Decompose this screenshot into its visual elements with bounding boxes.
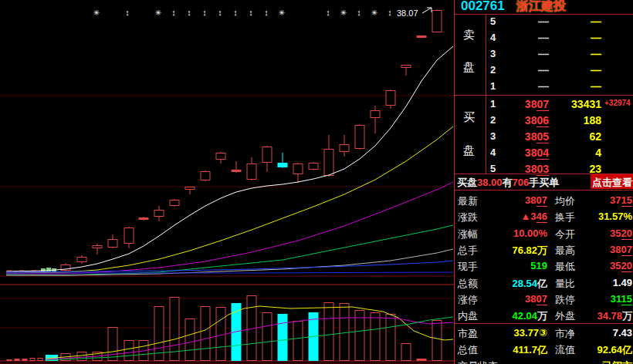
volume-bar xyxy=(216,308,225,361)
buy-row[interactable]: 23806188 xyxy=(487,114,633,130)
buy-row[interactable]: 3380562 xyxy=(487,130,633,146)
sell-label-top: 卖 xyxy=(463,28,477,42)
stat-label: 涨停 xyxy=(458,293,478,307)
price-cell[interactable]: — xyxy=(487,64,549,76)
kline-chart-area[interactable]: ✳↕✳↕↕↕↕↕↕↕✳↕✳↕✳↕38.07 xyxy=(0,0,454,364)
volume-cell: 188 xyxy=(552,114,601,126)
sell-row[interactable]: 4—— xyxy=(487,32,633,47)
price-cell[interactable]: 3804 xyxy=(487,147,549,159)
stat-value: 519 xyxy=(486,260,547,271)
order-book-column-divider xyxy=(486,15,486,174)
volume-bar xyxy=(262,313,272,361)
volume-cell: — xyxy=(552,32,601,44)
candle-up xyxy=(216,153,225,160)
candle-up xyxy=(386,91,395,106)
high-arrow xyxy=(422,8,432,13)
volume-bar xyxy=(293,322,303,361)
candle-up xyxy=(401,66,411,68)
buy-label-top: 买 xyxy=(463,110,477,125)
price-cell[interactable]: — xyxy=(487,32,549,44)
stat-label: 市盈 xyxy=(458,327,478,341)
event-marker-icon: ↕ xyxy=(264,8,269,17)
stat-row: 市盈33.77③市净7.43 xyxy=(455,327,633,342)
stat-value: 42.04万 xyxy=(486,309,547,323)
price-cell[interactable]: — xyxy=(487,80,549,93)
price-ma-line xyxy=(6,182,453,274)
volume-bar xyxy=(340,304,349,361)
stat-value: 3807 xyxy=(486,194,547,206)
stat-value: 3115 xyxy=(569,293,632,305)
candle-up xyxy=(324,150,333,176)
price-cell[interactable]: — xyxy=(487,15,549,28)
candle-up xyxy=(355,126,364,149)
volume-bar xyxy=(38,359,42,361)
event-marker-icon: ↕ xyxy=(125,8,130,17)
volume-bar xyxy=(324,303,333,361)
stat-row: 总值411.7亿流值92.64亿 xyxy=(455,343,633,359)
volume-bar xyxy=(30,359,35,361)
candle-doji xyxy=(232,170,242,172)
event-marker-icon: ↕ xyxy=(171,8,176,17)
price-ma-line xyxy=(6,272,453,273)
stat-value: 1.49 xyxy=(569,277,632,288)
click-to-view-button[interactable]: 点击查看 xyxy=(591,174,633,189)
stat-row: 涨停3807跌停3115 xyxy=(455,293,633,308)
price-cell[interactable]: — xyxy=(487,48,549,60)
stat-value: 已闭市 xyxy=(569,359,632,364)
title-bar: 002761 浙江建投 xyxy=(455,0,633,14)
event-marker-icon: ↕ xyxy=(388,8,392,17)
volume-bar xyxy=(77,352,86,361)
candle-up xyxy=(247,164,256,180)
volume-bar xyxy=(386,315,395,361)
stat-value: 411.7亿 xyxy=(486,343,547,357)
volume-cell: 62 xyxy=(552,130,601,143)
buy-row[interactable]: 438044 xyxy=(487,147,633,162)
event-marker-icon: ✳ xyxy=(279,8,285,17)
candle-down xyxy=(278,163,288,167)
buy-row[interactable]: 1380733431+32974 xyxy=(487,98,633,113)
volume-bar xyxy=(22,359,28,361)
candle-up xyxy=(432,11,442,32)
price-cell[interactable]: 3805 xyxy=(487,130,549,143)
sell-row[interactable]: 1—— xyxy=(487,80,633,96)
stock-code: 002761 xyxy=(461,0,505,14)
volume-bar xyxy=(15,359,20,361)
candle-up xyxy=(154,211,164,217)
volume-bar-down xyxy=(278,314,288,361)
candle-up xyxy=(309,163,318,170)
candle-up xyxy=(262,147,272,163)
volume-delta: +32974 xyxy=(604,99,631,107)
stat-value: 7.43 xyxy=(569,327,632,339)
sell-row[interactable]: 2—— xyxy=(487,64,633,79)
volume-bar xyxy=(185,319,195,361)
price-cell[interactable]: 3806 xyxy=(487,114,549,126)
candle-doji xyxy=(417,35,427,38)
volume-cell: 33431 xyxy=(552,98,601,110)
stat-value: ▲346 xyxy=(486,211,547,222)
candle-up xyxy=(170,201,179,206)
sell-row[interactable]: 5—— xyxy=(487,15,633,31)
candle-doji xyxy=(139,217,149,220)
candle-up xyxy=(293,164,303,174)
candle-up xyxy=(371,111,380,118)
volume-bar xyxy=(432,321,442,361)
buy-label-bottom: 盘 xyxy=(463,143,477,158)
candle-up xyxy=(108,240,117,248)
event-marker-icon: ↕ xyxy=(249,8,253,17)
stat-value: 3520 xyxy=(569,228,632,239)
quote-panel: 002761 浙江建投 卖 盘 买 盘 5——4——3——2——1—— 1380… xyxy=(454,0,633,364)
stat-row: 交易状态已闭市 xyxy=(455,359,633,364)
stat-value: 28.54亿 xyxy=(486,277,547,291)
stat-label: 涨跌 xyxy=(458,211,478,224)
price-cell[interactable]: 3807 xyxy=(487,98,549,110)
stat-label: 涨幅 xyxy=(458,228,478,241)
stat-row: 涨幅10.00%今开3520 xyxy=(455,228,633,243)
candle-up xyxy=(77,258,86,262)
stock-name: 浙江建投 xyxy=(516,0,566,15)
stat-value: 3807 xyxy=(486,293,547,305)
hint-prefix: 买盘 xyxy=(457,177,477,188)
sell-row[interactable]: 3—— xyxy=(487,48,633,63)
stat-label: 交易状态 xyxy=(458,359,498,364)
event-marker-icon: ✳ xyxy=(340,8,347,17)
stat-label: 最新 xyxy=(458,194,478,208)
